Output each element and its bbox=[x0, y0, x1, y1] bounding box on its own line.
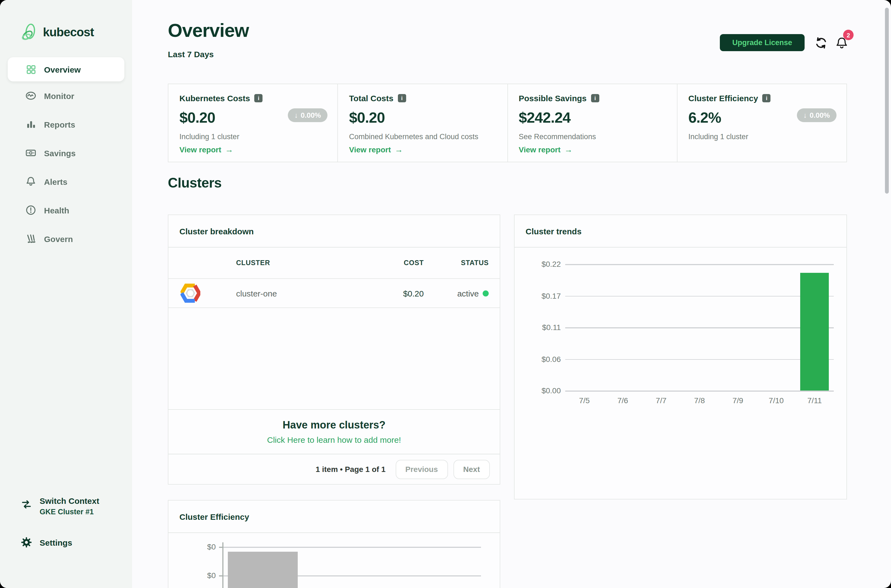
gridline bbox=[565, 327, 834, 328]
gridline bbox=[565, 390, 834, 392]
card-note: Including 1 cluster bbox=[179, 132, 239, 141]
column-header-status: STATUS bbox=[424, 259, 489, 267]
notification-badge[interactable]: 2 bbox=[843, 30, 853, 40]
view-report-link[interactable]: View report→ bbox=[179, 145, 233, 154]
sidebar-item-label: Overview bbox=[44, 64, 81, 74]
view-report-link[interactable]: View report→ bbox=[519, 145, 572, 154]
kubecost-logo-icon bbox=[21, 23, 38, 42]
sidebar-item-label: Savings bbox=[44, 148, 76, 158]
column-header-cost: COST bbox=[358, 259, 424, 267]
banknote-icon bbox=[25, 147, 36, 158]
x-axis-label: 7/11 bbox=[798, 396, 831, 405]
settings-label: Settings bbox=[40, 538, 72, 547]
monitor-pulse-icon bbox=[25, 90, 36, 101]
card-title: Possible Savingsi bbox=[519, 93, 666, 103]
sidebar-item-monitor[interactable]: Monitor bbox=[0, 81, 132, 110]
switch-context-label: Switch Context bbox=[40, 496, 99, 506]
cluster-cost: $0.20 bbox=[358, 288, 424, 298]
settings-button[interactable]: Settings bbox=[21, 537, 99, 548]
info-icon[interactable]: i bbox=[762, 94, 771, 102]
grid-icon bbox=[25, 64, 36, 75]
panel-title: Cluster trends bbox=[515, 215, 846, 248]
cluster-name: cluster-one bbox=[236, 288, 277, 298]
cluster-trends-panel: Cluster trends $0.22$0.17$0.11$0.06$0.00… bbox=[514, 214, 847, 500]
add-clusters-link[interactable]: Click Here to learn how to add more! bbox=[267, 435, 401, 444]
card-value: $242.24 bbox=[519, 110, 666, 126]
panel-title: Cluster breakdown bbox=[168, 215, 500, 248]
status-dot bbox=[483, 290, 489, 296]
delta-badge: ↓0.00% bbox=[288, 108, 328, 122]
x-axis-label: 7/6 bbox=[606, 396, 639, 405]
trend-bar bbox=[800, 273, 829, 390]
cluster-trends-chart: $0.22$0.17$0.11$0.06$0.007/57/67/77/87/9… bbox=[515, 248, 846, 499]
y-axis-label: $0.22 bbox=[519, 258, 561, 270]
switch-arrows-icon bbox=[21, 500, 32, 509]
more-clusters-section: Have more clusters? Click Here to learn … bbox=[168, 409, 500, 454]
cluster-efficiency-panel: Cluster Efficiency $0 $0 bbox=[168, 500, 500, 588]
view-report-link[interactable]: View report→ bbox=[349, 145, 403, 154]
axis-tick bbox=[219, 547, 222, 548]
sidebar-item-label: Reports bbox=[44, 120, 75, 129]
info-icon[interactable]: i bbox=[254, 94, 263, 102]
arrow-down-icon: ↓ bbox=[803, 111, 807, 119]
sidebar-item-label: Alerts bbox=[44, 177, 68, 186]
alert-circle-icon bbox=[25, 205, 36, 216]
y-axis-label: $0.06 bbox=[519, 353, 561, 364]
pagination-bar: 1 item • Page 1 of 1 Previous Next bbox=[168, 454, 500, 484]
card-title: Cluster Efficiencyi bbox=[688, 93, 836, 103]
y-axis-label: $0.11 bbox=[519, 322, 561, 333]
main-content: Overview Last 7 Days Upgrade License 2 K… bbox=[132, 0, 891, 588]
gridline bbox=[565, 359, 834, 360]
sidebar-item-alerts[interactable]: Alerts bbox=[0, 167, 132, 196]
card-kubernetes-costs: Kubernetes Costsi $0.20 ↓0.00% Including… bbox=[168, 84, 338, 162]
arrow-down-icon: ↓ bbox=[294, 111, 298, 119]
card-value: $0.20 bbox=[349, 110, 496, 126]
card-title: Kubernetes Costsi bbox=[179, 93, 327, 103]
gridline bbox=[565, 264, 834, 265]
sidebar-item-overview[interactable]: Overview bbox=[8, 57, 125, 81]
refresh-button[interactable] bbox=[814, 36, 829, 50]
page-title: Overview bbox=[168, 20, 249, 41]
card-total-costs: Total Costsi $0.20 Combined Kubernetes a… bbox=[338, 84, 508, 162]
app-window: kubecost Overview Mo bbox=[0, 0, 891, 588]
table-row[interactable]: cluster-one $0.20 active bbox=[168, 279, 500, 308]
switch-context-button[interactable]: Switch Context GKE Cluster #1 bbox=[21, 496, 99, 516]
google-cloud-icon bbox=[180, 283, 200, 303]
sidebar-item-savings[interactable]: Savings bbox=[0, 139, 132, 167]
pagination-summary: 1 item • Page 1 of 1 bbox=[316, 465, 386, 474]
arrow-right-icon: → bbox=[564, 145, 572, 154]
column-header-cluster: CLUSTER bbox=[236, 259, 270, 267]
sidebar-item-govern[interactable]: Govern bbox=[0, 224, 132, 253]
kubecost-logo[interactable]: kubecost bbox=[21, 23, 132, 42]
sidebar-item-reports[interactable]: Reports bbox=[0, 110, 132, 139]
x-axis-label: 7/5 bbox=[568, 396, 601, 405]
brand-name: kubecost bbox=[43, 25, 94, 40]
table-empty-space bbox=[168, 308, 500, 409]
sidebar-item-label: Govern bbox=[44, 234, 73, 243]
panel-title: Cluster Efficiency bbox=[168, 501, 500, 533]
x-axis-label: 7/9 bbox=[721, 396, 754, 405]
sidebar-item-health[interactable]: Health bbox=[0, 196, 132, 224]
card-cluster-efficiency: Cluster Efficiencyi 6.2% ↓0.00% Includin… bbox=[677, 84, 847, 162]
table-header: CLUSTER COST STATUS bbox=[168, 248, 500, 279]
card-title: Total Costsi bbox=[349, 93, 496, 103]
scrollbar-thumb[interactable] bbox=[885, 8, 889, 194]
previous-page-button[interactable]: Previous bbox=[395, 460, 448, 479]
upgrade-license-button[interactable]: Upgrade License bbox=[720, 34, 805, 51]
card-note: Combined Kubernetes and Cloud costs bbox=[349, 132, 479, 141]
card-possible-savings: Possible Savingsi $242.24 See Recommenda… bbox=[507, 84, 677, 162]
bar-chart-icon bbox=[25, 119, 36, 130]
sidebar-nav: Overview Monitor Reports bbox=[0, 57, 132, 253]
card-note: See Recommendations bbox=[519, 132, 596, 141]
info-icon[interactable]: i bbox=[591, 94, 600, 102]
gear-icon bbox=[21, 537, 32, 548]
card-note: Including 1 cluster bbox=[688, 132, 748, 141]
cluster-breakdown-panel: Cluster breakdown CLUSTER COST STATUS bbox=[168, 214, 500, 484]
sidebar-item-label: Monitor bbox=[44, 91, 74, 100]
arrow-right-icon: → bbox=[225, 145, 233, 154]
next-page-button[interactable]: Next bbox=[453, 460, 490, 479]
y-axis-label: $0.00 bbox=[519, 385, 561, 396]
arrow-right-icon: → bbox=[395, 145, 403, 154]
info-icon[interactable]: i bbox=[398, 94, 406, 102]
gridline bbox=[565, 296, 834, 297]
